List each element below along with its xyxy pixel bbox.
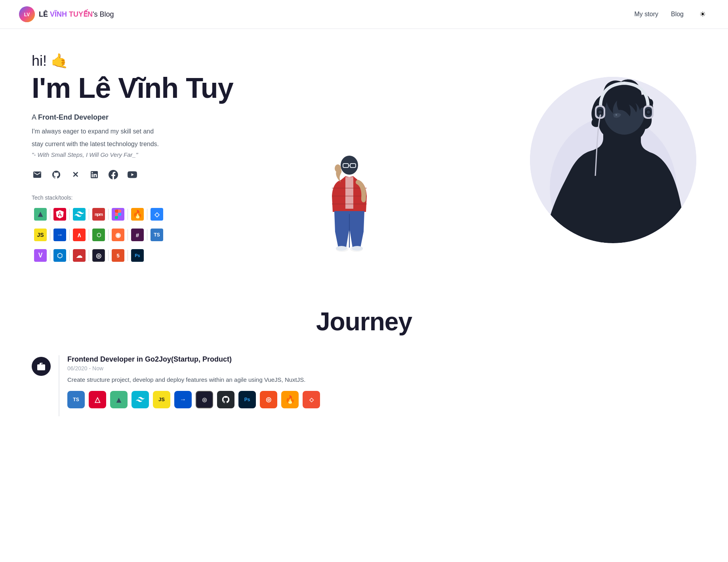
my-story-link[interactable]: My story (635, 11, 658, 18)
tech-sonarqube[interactable]: ☁ (71, 247, 88, 264)
hero-role: A Front-End Developer (32, 113, 261, 122)
journey-item-go2joy: Frontend Developer in Go2Joy(Startup, Pr… (32, 355, 696, 416)
tech-jira[interactable]: → (51, 226, 69, 244)
svg-point-15 (335, 164, 341, 172)
svg-text:LV: LV (24, 12, 30, 17)
tech-row-2: JS → ∧ ⬡ ◉ # TS (32, 226, 261, 244)
tech-kap[interactable]: ◎ (90, 247, 107, 264)
badge-angular[interactable]: △ (89, 391, 106, 408)
journey-tech-badges: TS △ JS → ◎ (67, 391, 696, 408)
tech-tailwind[interactable] (71, 206, 88, 223)
tech-label: Tech stack/tools: (32, 194, 261, 201)
badge-github[interactable] (217, 391, 234, 408)
hero-desc-1: I'm always eager to expand my skill set … (32, 126, 261, 137)
github-icon[interactable] (51, 169, 62, 180)
svg-rect-6 (59, 213, 60, 215)
email-icon[interactable] (32, 169, 43, 180)
badge-figma-orange[interactable]: ◎ (260, 391, 277, 408)
svg-point-29 (598, 110, 602, 114)
hero-avatar-circle (530, 77, 696, 243)
badge-js[interactable]: JS (153, 391, 170, 408)
svg-point-34 (616, 114, 617, 116)
youtube-icon[interactable] (127, 169, 138, 180)
navigation: LV LÊ VĨNH TUYẾN's Blog My story Blog ☀ (0, 0, 728, 29)
badge-firebase[interactable]: 🔥 (281, 391, 299, 408)
tech-js[interactable]: JS (32, 226, 49, 244)
twitter-x-icon[interactable]: ✕ (70, 169, 81, 180)
badge-tailwind[interactable] (131, 391, 149, 408)
tech-html5[interactable]: 5 (109, 247, 127, 264)
hero-content-left: hi! 🤙 I'm Lê Vĩnh Tuy A Front-End Develo… (32, 53, 261, 267)
hero-quote: "- With Small Steps, I Will Go Very Far_… (32, 151, 261, 158)
nav-links: My story Blog ☀ (635, 8, 709, 21)
journey-content-go2joy: Frontend Developer in Go2Joy(Startup, Pr… (59, 355, 696, 416)
journey-title: Journey (32, 307, 696, 336)
blog-link[interactable]: Blog (671, 11, 684, 18)
svg-point-21 (352, 246, 363, 251)
theme-toggle-button[interactable]: ☀ (696, 8, 709, 21)
linkedin-icon[interactable] (89, 169, 100, 180)
hero-desc-2: stay current with the latest technology … (32, 139, 261, 149)
badge-vue[interactable] (110, 391, 128, 408)
tech-npm[interactable]: npm (90, 206, 107, 223)
hero-greeting: hi! 🤙 (32, 53, 261, 69)
tech-nodejs[interactable]: ⬡ (90, 226, 107, 244)
journey-section: Journey Frontend Developer in Go2Joy(Sta… (0, 283, 728, 445)
tech-sourcetree[interactable]: ◇ (148, 206, 166, 223)
tech-firebase[interactable]: 🔥 (129, 206, 146, 223)
badge-ps[interactable]: Ps (238, 391, 256, 408)
badge-kap[interactable]: ◎ (196, 391, 213, 408)
tech-vitesse[interactable]: V (32, 247, 49, 264)
hero-name: I'm Lê Vĩnh Tuy (32, 72, 261, 104)
svg-point-20 (336, 246, 347, 251)
journey-job-date: 06/2020 - Now (67, 365, 696, 371)
tech-row-1: npm 🔥 ◇ (32, 206, 261, 223)
tech-slack[interactable]: # (129, 226, 146, 244)
tech-figma[interactable] (109, 206, 127, 223)
tech-angular[interactable] (51, 206, 69, 223)
badge-ts[interactable]: TS (67, 391, 85, 408)
hero-figure (314, 149, 385, 267)
svg-point-33 (647, 110, 650, 114)
nav-name: LÊ VĨNH TUYẾN's Blog (39, 10, 114, 19)
tech-typescript[interactable]: TS (148, 226, 166, 244)
svg-point-16 (361, 196, 366, 202)
badge-git[interactable]: ◇ (303, 391, 320, 408)
hero-section: hi! 🤙 I'm Lê Vĩnh Tuy A Front-End Develo… (0, 29, 728, 283)
hero-role-bold: Front-End Developer (38, 113, 109, 121)
tech-vue[interactable] (32, 206, 49, 223)
journey-job-desc: Create structure project, develop and de… (67, 375, 696, 385)
tech-vscode[interactable]: ⬡ (51, 247, 69, 264)
badge-jira[interactable]: → (174, 391, 192, 408)
tech-laravel[interactable]: ∧ (71, 226, 88, 244)
nav-logo: LV LÊ VĨNH TUYẾN's Blog (19, 6, 114, 22)
tech-postman[interactable]: ◉ (109, 226, 127, 244)
journey-job-title: Frontend Developer in Go2Joy(Startup, Pr… (67, 355, 696, 364)
avatar: LV (19, 6, 35, 22)
tech-photoshop[interactable]: Ps (129, 247, 146, 264)
journey-company-icon (32, 357, 51, 376)
tech-row-3: V ⬡ ☁ ◎ 5 Ps (32, 247, 261, 264)
facebook-icon[interactable] (108, 169, 119, 180)
social-icons: ✕ (32, 169, 261, 180)
